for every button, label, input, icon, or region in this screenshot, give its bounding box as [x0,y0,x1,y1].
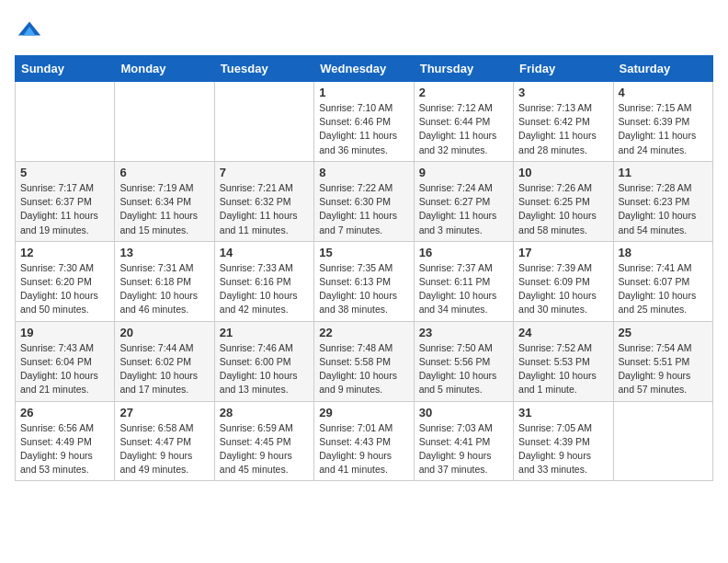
calendar-cell: 19Sunrise: 7:43 AM Sunset: 6:04 PM Dayli… [16,321,115,401]
day-info: Sunrise: 7:28 AM Sunset: 6:23 PM Dayligh… [619,181,708,237]
calendar-table: SundayMondayTuesdayWednesdayThursdayFrid… [15,55,713,481]
calendar-cell: 21Sunrise: 7:46 AM Sunset: 6:00 PM Dayli… [214,321,313,401]
day-number: 20 [119,326,209,339]
day-number: 29 [319,406,408,419]
day-info: Sunrise: 6:56 AM Sunset: 4:49 PM Dayligh… [20,421,109,477]
day-info: Sunrise: 7:41 AM Sunset: 6:07 PM Dayligh… [619,261,708,317]
calendar-cell: 6Sunrise: 7:19 AM Sunset: 6:34 PM Daylig… [115,161,214,241]
day-number: 23 [419,326,508,339]
calendar-cell: 10Sunrise: 7:26 AM Sunset: 6:25 PM Dayli… [514,161,613,241]
day-number: 10 [518,166,608,179]
day-info: Sunrise: 7:44 AM Sunset: 6:02 PM Dayligh… [119,341,209,397]
day-number: 11 [619,166,708,179]
day-info: Sunrise: 7:24 AM Sunset: 6:27 PM Dayligh… [419,181,508,237]
day-info: Sunrise: 7:15 AM Sunset: 6:39 PM Dayligh… [619,101,708,157]
day-info: Sunrise: 7:03 AM Sunset: 4:41 PM Dayligh… [419,421,508,477]
day-info: Sunrise: 7:05 AM Sunset: 4:39 PM Dayligh… [518,421,608,477]
day-info: Sunrise: 7:26 AM Sunset: 6:25 PM Dayligh… [518,181,608,237]
day-info: Sunrise: 7:22 AM Sunset: 6:30 PM Dayligh… [319,181,408,237]
calendar-cell: 3Sunrise: 7:13 AM Sunset: 6:42 PM Daylig… [514,82,613,162]
calendar-week-row: 1Sunrise: 7:10 AM Sunset: 6:46 PM Daylig… [16,82,713,162]
day-info: Sunrise: 7:33 AM Sunset: 6:16 PM Dayligh… [220,261,309,317]
day-number: 22 [319,326,408,339]
weekday-header: Wednesday [314,56,414,82]
calendar-cell: 12Sunrise: 7:30 AM Sunset: 6:20 PM Dayli… [16,241,115,321]
calendar-cell: 18Sunrise: 7:41 AM Sunset: 6:07 PM Dayli… [613,241,712,321]
page-header [15,15,713,44]
calendar-cell [16,82,115,162]
day-number: 9 [419,166,508,179]
calendar-week-row: 5Sunrise: 7:17 AM Sunset: 6:37 PM Daylig… [16,161,713,241]
calendar-cell: 23Sunrise: 7:50 AM Sunset: 5:56 PM Dayli… [414,321,513,401]
calendar-cell: 14Sunrise: 7:33 AM Sunset: 6:16 PM Dayli… [214,241,313,321]
day-number: 18 [619,246,708,259]
weekday-header: Tuesday [214,56,313,82]
day-info: Sunrise: 7:48 AM Sunset: 5:58 PM Dayligh… [319,341,408,397]
day-info: Sunrise: 7:01 AM Sunset: 4:43 PM Dayligh… [319,421,408,477]
day-number: 13 [119,246,209,259]
calendar-cell: 26Sunrise: 6:56 AM Sunset: 4:49 PM Dayli… [16,401,115,481]
day-info: Sunrise: 7:37 AM Sunset: 6:11 PM Dayligh… [419,261,508,317]
calendar-cell: 7Sunrise: 7:21 AM Sunset: 6:32 PM Daylig… [214,161,313,241]
day-number: 15 [319,246,408,259]
day-number: 17 [518,246,608,259]
day-info: Sunrise: 7:12 AM Sunset: 6:44 PM Dayligh… [419,101,508,157]
day-info: Sunrise: 7:52 AM Sunset: 5:53 PM Dayligh… [518,341,608,397]
calendar-cell: 22Sunrise: 7:48 AM Sunset: 5:58 PM Dayli… [314,321,414,401]
day-info: Sunrise: 7:17 AM Sunset: 6:37 PM Dayligh… [20,181,109,237]
calendar-cell: 30Sunrise: 7:03 AM Sunset: 4:41 PM Dayli… [414,401,513,481]
day-number: 8 [319,166,408,179]
day-number: 7 [220,166,309,179]
calendar-cell: 17Sunrise: 7:39 AM Sunset: 6:09 PM Dayli… [514,241,613,321]
day-number: 14 [220,246,309,259]
day-number: 5 [20,166,109,179]
day-number: 24 [518,326,608,339]
calendar-week-row: 12Sunrise: 7:30 AM Sunset: 6:20 PM Dayli… [16,241,713,321]
day-number: 27 [119,406,209,419]
calendar-week-row: 19Sunrise: 7:43 AM Sunset: 6:04 PM Dayli… [16,321,713,401]
day-number: 21 [220,326,309,339]
day-info: Sunrise: 7:46 AM Sunset: 6:00 PM Dayligh… [220,341,309,397]
calendar-cell: 4Sunrise: 7:15 AM Sunset: 6:39 PM Daylig… [613,82,712,162]
day-info: Sunrise: 7:54 AM Sunset: 5:51 PM Dayligh… [619,341,708,397]
day-number: 3 [518,86,608,99]
weekday-header: Monday [115,56,214,82]
day-info: Sunrise: 7:19 AM Sunset: 6:34 PM Dayligh… [119,181,209,237]
logo [15,15,42,44]
day-number: 1 [319,86,408,99]
day-number: 12 [20,246,109,259]
day-number: 28 [220,406,309,419]
calendar-cell: 29Sunrise: 7:01 AM Sunset: 4:43 PM Dayli… [314,401,414,481]
calendar-cell [214,82,313,162]
day-info: Sunrise: 7:35 AM Sunset: 6:13 PM Dayligh… [319,261,408,317]
day-number: 25 [619,326,708,339]
calendar-cell: 27Sunrise: 6:58 AM Sunset: 4:47 PM Dayli… [115,401,214,481]
day-number: 31 [518,406,608,419]
calendar-cell: 16Sunrise: 7:37 AM Sunset: 6:11 PM Dayli… [414,241,513,321]
calendar-cell: 24Sunrise: 7:52 AM Sunset: 5:53 PM Dayli… [514,321,613,401]
calendar-cell: 5Sunrise: 7:17 AM Sunset: 6:37 PM Daylig… [16,161,115,241]
calendar-cell: 28Sunrise: 6:59 AM Sunset: 4:45 PM Dayli… [214,401,313,481]
logo-icon [17,15,42,40]
day-info: Sunrise: 6:58 AM Sunset: 4:47 PM Dayligh… [119,421,209,477]
calendar-cell: 20Sunrise: 7:44 AM Sunset: 6:02 PM Dayli… [115,321,214,401]
day-number: 26 [20,406,109,419]
calendar-week-row: 26Sunrise: 6:56 AM Sunset: 4:49 PM Dayli… [16,401,713,481]
calendar-cell: 25Sunrise: 7:54 AM Sunset: 5:51 PM Dayli… [613,321,712,401]
weekday-header: Sunday [16,56,115,82]
day-number: 6 [119,166,209,179]
day-info: Sunrise: 7:39 AM Sunset: 6:09 PM Dayligh… [518,261,608,317]
calendar-header-row: SundayMondayTuesdayWednesdayThursdayFrid… [16,56,713,82]
day-info: Sunrise: 7:43 AM Sunset: 6:04 PM Dayligh… [20,341,109,397]
day-info: Sunrise: 7:10 AM Sunset: 6:46 PM Dayligh… [319,101,408,157]
calendar-cell [613,401,712,481]
calendar-cell: 13Sunrise: 7:31 AM Sunset: 6:18 PM Dayli… [115,241,214,321]
calendar-cell: 8Sunrise: 7:22 AM Sunset: 6:30 PM Daylig… [314,161,414,241]
day-info: Sunrise: 7:13 AM Sunset: 6:42 PM Dayligh… [518,101,608,157]
day-info: Sunrise: 7:31 AM Sunset: 6:18 PM Dayligh… [119,261,209,317]
weekday-header: Thursday [414,56,513,82]
day-number: 4 [619,86,708,99]
calendar-cell: 9Sunrise: 7:24 AM Sunset: 6:27 PM Daylig… [414,161,513,241]
day-info: Sunrise: 7:21 AM Sunset: 6:32 PM Dayligh… [220,181,309,237]
day-number: 30 [419,406,508,419]
